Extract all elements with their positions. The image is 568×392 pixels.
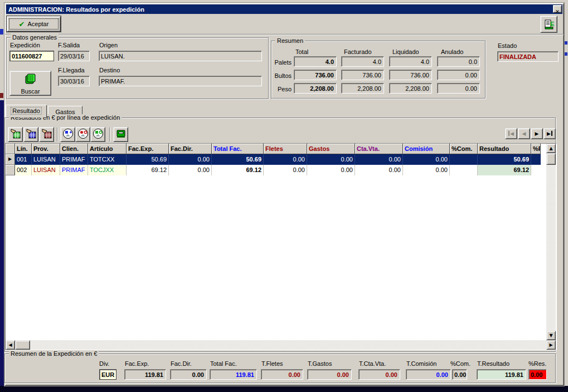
destino-field: PRIMAF. — [99, 76, 262, 86]
chart-circle-red-icon — [77, 128, 89, 142]
resumen-expedicion-legend: Resumen de la Expedición en € — [9, 350, 99, 357]
printer-icon — [115, 128, 127, 142]
col-header-fac-dir[interactable]: Fac.Dir. — [169, 144, 212, 154]
col-header-resultado[interactable]: Resultado — [478, 144, 531, 154]
buscar-label: Buscar — [10, 88, 51, 95]
expedicion-label: Expedición — [10, 42, 40, 48]
datos-generales-legend: Datos generales — [11, 34, 59, 41]
close-button[interactable]: ✕ — [553, 5, 562, 13]
cell-pcom — [450, 154, 478, 165]
resumen-col-liquidado: Liquidado — [392, 48, 419, 55]
cell-clien: PRIMAF — [60, 165, 88, 175]
line-delete-button[interactable] — [39, 127, 54, 142]
vscroll-down-button[interactable]: ▼ — [546, 331, 556, 340]
div-label: Div. — [99, 360, 109, 367]
cell-pres — [531, 154, 541, 165]
cell-lin: 001 — [15, 154, 32, 165]
line-edit-button[interactable] — [23, 127, 38, 142]
chart-circle-green-icon — [92, 128, 104, 142]
row-selector-cell — [6, 165, 15, 175]
aceptar-label: Aceptar — [27, 21, 48, 27]
nav-prev-icon: ◀ — [522, 131, 526, 136]
cell-gastos: 0.00 — [307, 154, 355, 165]
print-lines-button[interactable] — [113, 127, 128, 142]
scroll-left-icon: ◀ — [8, 342, 12, 347]
cell-comision: 0.00 — [403, 154, 450, 165]
fac-exp-total-label: Fac.Exp. — [125, 360, 149, 367]
tab-resultado-label: Resultado — [11, 107, 42, 115]
col-header-pres[interactable]: %Res — [531, 144, 541, 154]
nav-first-button[interactable]: ◀ — [505, 128, 517, 139]
grid-body-background — [6, 154, 546, 340]
background-right-fragment-2 — [565, 52, 567, 56]
chart-circle-blue-icon — [62, 128, 74, 142]
grid-hscrollbar-track[interactable] — [6, 340, 556, 350]
grid-header-row: Lín. Prov. Clien. Artículo Fac.Exp. Fac.… — [6, 144, 541, 154]
fac-exp-total-field: 119.81 — [124, 369, 166, 380]
nav-next-button[interactable]: ▶ — [531, 128, 543, 139]
chart-red-button[interactable] — [75, 127, 90, 142]
hscroll-thumb[interactable] — [15, 340, 30, 350]
resumen-row-peso: Peso — [273, 86, 292, 92]
peso-anulado-field: 0.00 — [437, 83, 480, 94]
col-header-articulo[interactable]: Artículo — [88, 144, 127, 154]
t-gastos-label: T.Gastos — [308, 360, 332, 367]
chart-blue-button[interactable] — [60, 127, 75, 142]
cell-pres — [531, 165, 541, 175]
tab-resultado[interactable]: Resultado — [6, 105, 47, 117]
bultos-anulado-field: 0.00 — [437, 70, 480, 80]
col-header-gastos[interactable]: Gastos — [307, 144, 355, 154]
expedicion-field[interactable]: 011600827 — [9, 51, 54, 61]
cell-lin: 002 — [15, 165, 32, 175]
palets-liquidado-field: 4.0 — [389, 56, 432, 67]
vscroll-thumb[interactable] — [546, 153, 556, 165]
cell-cta-vta: 0.00 — [355, 154, 403, 165]
nav-prev-button[interactable]: ◀ — [518, 128, 530, 139]
div-field: EUR — [99, 369, 116, 380]
bultos-total-field: 736.00 — [294, 70, 337, 80]
t-resultado-field: 119.81 — [477, 369, 526, 380]
resumen-col-facturado: Facturado — [344, 48, 372, 55]
grid-vscrollbar-track[interactable] — [546, 144, 556, 340]
row-pointer-icon: ▶ — [8, 156, 12, 161]
peso-facturado-field: 2,208.00 — [341, 83, 384, 94]
hscroll-right-button[interactable]: ▶ — [546, 340, 556, 350]
col-header-total-fac[interactable]: Total Fac. — [212, 144, 264, 154]
col-header-lin[interactable]: Lín. — [15, 144, 32, 154]
nav-last-icon: ▶ — [547, 131, 552, 136]
col-header-clien[interactable]: Clien. — [60, 144, 88, 154]
col-header-fletes[interactable]: Fletes — [264, 144, 307, 154]
line-insert-button[interactable] — [8, 127, 23, 142]
table-row[interactable]: ▶ 001 LUISAN PRIMAF TOTCXX 50.69 0.00 50… — [6, 154, 541, 165]
cell-pcom — [450, 165, 478, 175]
cell-fac-exp: 69.12 — [127, 165, 169, 175]
cell-total-fac: 69.12 — [212, 165, 264, 175]
vscroll-up-button[interactable]: ▲ — [546, 144, 556, 153]
origen-label: Origen — [99, 42, 118, 48]
col-header-comision[interactable]: Comisión — [403, 144, 450, 154]
col-header-pcom[interactable]: %Com. — [450, 144, 478, 154]
col-header-prov[interactable]: Prov. — [32, 144, 60, 154]
estado-label: Estado — [498, 42, 517, 49]
cell-cta-vta: 0.00 — [355, 165, 403, 175]
resumen-row-palets: Palets — [273, 59, 292, 66]
pres-total-field: 0.00 — [528, 369, 547, 380]
toolbar-separator-1 — [57, 128, 58, 141]
aceptar-button[interactable]: ✔ Aceptar — [7, 16, 61, 32]
hscroll-left-button[interactable]: ◀ — [6, 340, 15, 350]
t-comision-field: 0.00 — [406, 369, 451, 380]
nav-first-icon: ◀ — [508, 131, 514, 136]
export-report-button[interactable]: E — [540, 16, 557, 33]
total-fac-total-label: Total Fac. — [210, 360, 237, 367]
table-row[interactable]: 002 LUISAN PRIMAF TOCJXX 69.12 0.00 69.1… — [6, 165, 541, 175]
cell-comision: 0.00 — [403, 165, 450, 175]
nav-last-button[interactable]: ▶ — [543, 128, 556, 139]
scroll-down-icon: ▼ — [549, 333, 552, 338]
col-header-fac-exp[interactable]: Fac.Exp. — [127, 144, 169, 154]
cell-prov: LUISAN — [32, 165, 60, 175]
buscar-button[interactable]: Buscar — [9, 71, 51, 96]
col-header-cta-vta[interactable]: Cta.Vta. — [355, 144, 403, 154]
hand-grid-red-icon — [41, 128, 53, 142]
chart-green-button[interactable] — [90, 127, 105, 142]
bultos-facturado-field: 736.00 — [341, 70, 384, 80]
